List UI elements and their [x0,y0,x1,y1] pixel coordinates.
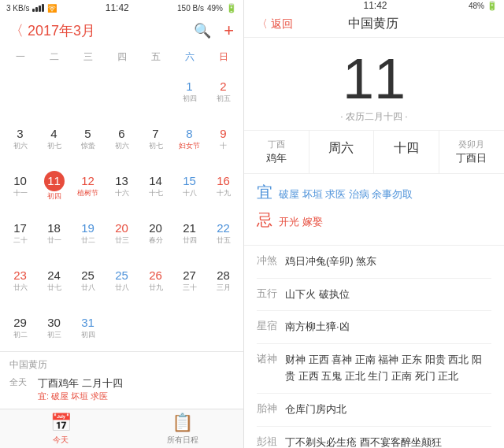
cal-day-10[interactable]: 10 十一 [3,162,37,210]
cal-day-13[interactable]: 13 十六 [105,162,139,210]
cal-day-26[interactable]: 25 廿八 [71,257,105,305]
cal-day-16[interactable]: 16 十九 [206,162,240,210]
huangli-title: 中国黄历 [348,16,398,32]
weekday-sat: 六 [172,47,206,67]
back-button[interactable]: 〈 返回 [257,17,293,31]
cal-day-25[interactable]: 24 廿七 [37,257,71,305]
cal-day-11[interactable]: 11 初四 [37,162,71,210]
battery-left: 49% [207,4,223,13]
detail-wuxing: 五行 山下火 破执位 [257,279,491,312]
cal-day-33[interactable]: 31 初四 [71,304,105,351]
all-events-icon: 📋 [172,413,193,433]
detail-xingxiu: 星宿 南方柳土獐·凶 [257,311,491,344]
info-month: 癸卯月 丁酉日 [439,131,505,173]
cal-day-15[interactable]: 15 十八 [172,162,206,210]
year-label: 丁酉 [247,139,306,150]
cal-day-22[interactable]: 21 廿四 [172,210,206,257]
xingxiu-key: 星宿 [257,319,285,335]
add-icon[interactable]: + [224,20,234,41]
cal-day-2[interactable]: 2 初五 [206,68,240,116]
wuxing-key: 五行 [257,287,285,303]
cal-day-4[interactable]: 4 初七 [37,116,71,163]
event-item[interactable]: 全天 丁酉鸡年 二月十四 宜: 破屋 坏垣 求医 [9,376,234,402]
cal-actions: 🔍 + [194,20,234,41]
cal-day-24[interactable]: 23 廿六 [3,257,37,305]
calendar-grid: 1 初四 2 初五 3 初六 4 初七 5 惊蛰 6 初六 [0,68,243,351]
weekday-thu: 四 [105,47,139,67]
search-icon[interactable]: 🔍 [194,22,211,39]
yi-items: 破屋 坏垣 求医 治病 余事勿取 [279,187,491,202]
detail-taishen: 胎神 仓库门房内北 [257,394,491,427]
cal-day-3[interactable]: 3 初六 [3,116,37,163]
left-arrow-icon: 〈 [9,23,24,39]
yi-ji-section: 宜 破屋 坏垣 求医 治病 余事勿取 忌 开光 嫁娶 [244,174,504,246]
detail-zhushen: 诸神 财神 正西 喜神 正南 福神 正东 阳贵 西北 阳贵 正西 五鬼 正北 生… [257,344,491,394]
cal-day-29[interactable]: 27 三十 [172,257,206,305]
pengzu-val: 丁不剃头必生疮 酉不宴客醉坐颠狂 [285,435,491,448]
bar2 [35,7,38,12]
info-grid: 丁酉 鸡年 周六 十四 癸卯月 丁酉日 [244,130,504,174]
time-left: 11:42 [106,2,129,13]
weekday-value: 周六 [313,140,371,157]
tab-bar: 📅 今天 📋 所有日程 [0,409,243,448]
cal-day-18[interactable]: 18 廿一 [37,210,71,257]
network-speed: 150 B/s [177,4,204,13]
tab-today[interactable]: 📅 今天 [0,409,122,448]
event-content: 丁酉鸡年 二月十四 宜: 破屋 坏垣 求医 [38,376,123,402]
huangli-header: 〈 返回 中国黄历 [244,11,504,38]
cal-day-9[interactable]: 9 十 [206,116,240,163]
cal-day-20[interactable]: 20 廿三 [105,210,139,257]
cal-day-empty-9 [206,304,240,351]
cal-day-27[interactable]: 25 廿八 [105,257,139,305]
ji-char: 忌 [257,209,272,231]
cal-day-empty-4 [105,68,139,116]
event-section-title: 中国黄历 [9,358,234,372]
weekday-fri: 五 [139,47,172,67]
battery-icon-left: 🔋 [226,3,237,13]
date-number: 11 [244,50,504,107]
cal-day-21[interactable]: 20 春分 [139,210,172,257]
status-bar-left: 3 KB/s 🛜 11:42 150 B/s 49% 🔋 [0,0,243,16]
zhushen-key: 诸神 [257,352,285,385]
bar3 [39,6,41,12]
event-sub: 宜: 破屋 坏垣 求医 [38,391,123,402]
event-time: 全天 [9,376,32,388]
cal-title[interactable]: 〈 2017年3月 [9,21,95,40]
chongsha-key: 冲煞 [257,254,285,270]
cal-day-8[interactable]: 8 妇女节 [172,116,206,163]
detail-section: 冲煞 鸡日冲兔(辛卯) 煞东 五行 山下火 破执位 星宿 南方柳土獐·凶 诸神 … [244,246,504,448]
weekdays-row: 一 二 三 四 五 六 日 [0,46,243,68]
pengzu-key: 彭祖 [257,435,285,448]
cal-day-17[interactable]: 17 二十 [3,210,37,257]
detail-chongsha: 冲煞 鸡日冲兔(辛卯) 煞东 [257,246,491,279]
bar4 [42,4,44,12]
cal-day-19[interactable]: 19 廿二 [71,210,105,257]
cal-day-31[interactable]: 29 初二 [3,304,37,351]
cal-day-empty-2 [37,68,71,116]
cal-day-30[interactable]: 28 三月 [206,257,240,305]
cal-day-6[interactable]: 6 初六 [105,116,139,163]
month-value: 丁酉日 [443,152,502,165]
cal-day-28[interactable]: 26 廿九 [139,257,172,305]
day-value: 十四 [377,140,435,157]
cal-day-12[interactable]: 12 植树节 [71,162,105,210]
cal-day-empty-1 [3,68,37,116]
tab-all-events[interactable]: 📋 所有日程 [122,409,244,448]
weekday-wed: 三 [71,47,105,67]
cal-day-empty-6 [105,304,139,351]
xingxiu-val: 南方柳土獐·凶 [285,319,491,335]
event-title: 丁酉鸡年 二月十四 [38,376,123,391]
date-display: 11 [244,38,504,110]
chongsha-val: 鸡日冲兔(辛卯) 煞东 [285,254,491,270]
cal-day-23[interactable]: 22 廿五 [206,210,240,257]
weekday-tue: 二 [37,47,71,67]
signal-text: 3 KB/s [6,4,29,13]
cal-day-7[interactable]: 7 初七 [139,116,172,163]
cal-day-32[interactable]: 30 初三 [37,304,71,351]
cal-day-14[interactable]: 14 十七 [139,162,172,210]
cal-day-1[interactable]: 1 初四 [172,68,206,116]
cal-day-5[interactable]: 5 惊蛰 [71,116,105,163]
calendar-header: 〈 2017年3月 🔍 + [0,16,243,46]
wifi-icon: 🛜 [47,4,57,13]
zhushen-val: 财神 正西 喜神 正南 福神 正东 阳贵 西北 阳贵 正西 五鬼 正北 生门 正… [285,352,491,385]
